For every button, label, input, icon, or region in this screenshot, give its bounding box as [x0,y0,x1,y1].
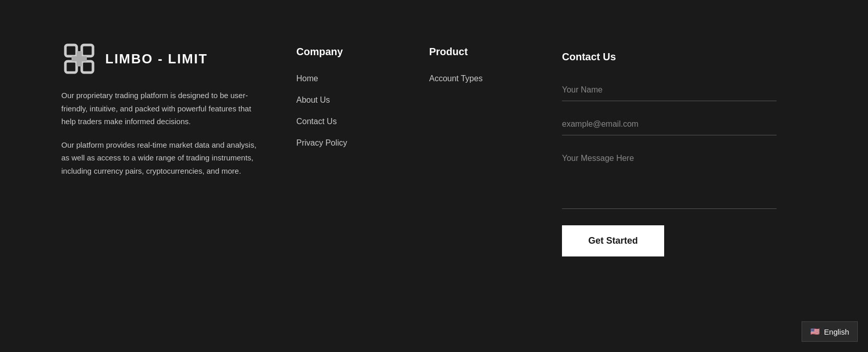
svg-rect-5 [72,56,87,61]
logo-wrapper: LIMBO - LIMIT [61,41,266,77]
svg-rect-0 [65,45,77,56]
flag-icon: 🇺🇸 [810,327,820,336]
name-input[interactable] [562,79,777,101]
svg-rect-1 [82,45,93,56]
nav-link-home[interactable]: Home [296,74,388,83]
svg-rect-2 [65,61,77,73]
email-input[interactable] [562,113,777,135]
description-paragraph-1: Our proprietary trading platform is desi… [61,89,266,128]
company-title: Company [296,46,388,58]
description-paragraph-2: Our platform provides real-time market d… [61,138,266,178]
nav-link-account-types[interactable]: Account Types [429,74,521,83]
language-selector[interactable]: 🇺🇸 English [802,321,858,342]
logo-text: LIMBO - LIMIT [105,51,208,67]
message-textarea[interactable] [562,148,777,209]
company-column: Company Home About Us Contact Us Privacy… [296,46,388,256]
brand-section: LIMBO - LIMIT Our proprietary trading pl… [61,41,266,256]
nav-link-contact-us[interactable]: Contact Us [296,117,388,126]
product-title: Product [429,46,521,58]
language-label: English [824,327,849,336]
contact-title: Contact Us [562,51,777,63]
nav-link-about-us[interactable]: About Us [296,96,388,105]
product-column: Product Account Types [429,46,521,256]
logo-icon [61,41,97,77]
brand-description: Our proprietary trading platform is desi… [61,89,266,177]
footer: LIMBO - LIMIT Our proprietary trading pl… [0,0,868,297]
get-started-button[interactable]: Get Started [562,225,664,256]
nav-link-privacy-policy[interactable]: Privacy Policy [296,138,388,148]
contact-form-section: Contact Us Get Started [562,46,777,256]
svg-rect-3 [82,61,93,73]
nav-sections: Company Home About Us Contact Us Privacy… [296,41,807,256]
